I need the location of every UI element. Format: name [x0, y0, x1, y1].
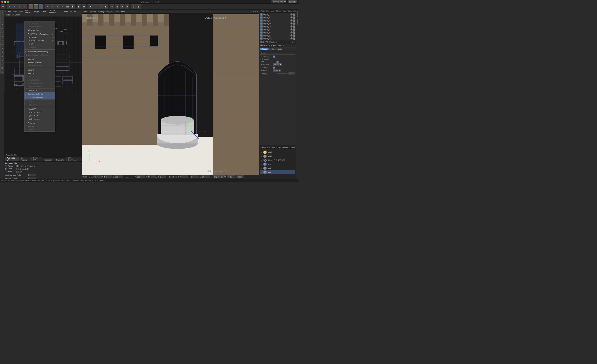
obj-row-object1[interactable]: object_1 — [259, 13, 296, 16]
obj-row-object360[interactable]: object_360 — [259, 37, 296, 40]
view-button[interactable]: View — [270, 10, 275, 12]
attr-nav-icon[interactable]: ⊞ — [293, 41, 295, 43]
uv-menu-edit[interactable]: Edit — [13, 10, 18, 13]
mode-button[interactable]: Mode — [260, 10, 265, 12]
rot-b-input[interactable] — [201, 175, 210, 178]
texture-mat-btn[interactable]: Texture — [290, 147, 295, 149]
tags-button[interactable]: Tags — [282, 10, 287, 12]
uv-menu-texture-selection[interactable]: Texture Selection — [48, 10, 62, 14]
attr-back-arrow[interactable]: ◀ — [292, 41, 293, 43]
twod-checkbox[interactable] — [16, 171, 18, 173]
rs-attributes[interactable]: Attributes — [297, 10, 298, 18]
tool-14[interactable]: ✂ — [0, 62, 4, 66]
uv-mesh-checkbox[interactable]: ✓ — [273, 67, 275, 68]
render-button[interactable]: ▶ — [77, 4, 81, 9]
packed-radio[interactable] — [5, 165, 7, 167]
rot-p-input[interactable] — [190, 175, 199, 178]
viewport-menu-cameras[interactable]: Cameras — [89, 11, 96, 13]
uv-button[interactable]: ⊞ — [120, 4, 124, 9]
menu-uv-unwrap[interactable]: UV Unwrap... ⚙ — [24, 36, 55, 39]
attr-edit-btn[interactable]: Edit — [266, 41, 268, 43]
tool-5[interactable]: ◎ — [0, 26, 4, 30]
menu-boundary-to-quad[interactable]: ≋ Boundary to Quad — [24, 96, 55, 99]
object-mode[interactable]: ◉ — [103, 4, 108, 9]
tool-4[interactable]: ⊕ — [0, 22, 4, 26]
edge-mode[interactable]: — — [93, 4, 98, 9]
camera-button[interactable]: 📷 — [65, 4, 70, 9]
light-button[interactable]: 💡 — [70, 4, 75, 9]
select-mat-btn[interactable]: Select — [276, 147, 281, 149]
tool-7[interactable]: ∿ — [0, 34, 4, 38]
node-spaces-dropdown[interactable]: Node Spaces — [272, 0, 286, 3]
layouts-button[interactable]: Layouts — [288, 0, 297, 3]
viewport-menu-options[interactable]: Options — [106, 11, 112, 13]
opacity-input[interactable] — [289, 72, 295, 75]
render-settings[interactable]: ⚙ — [82, 4, 86, 9]
menu-fit-uv-to-canvas[interactable]: Fit UV to Canvas — [24, 61, 55, 64]
uv-display-checkbox[interactable]: ✓ — [273, 56, 275, 58]
texture-button[interactable]: ⊡ — [115, 4, 119, 9]
node-button[interactable]: ⊛ — [131, 4, 136, 9]
poly-mode[interactable]: ▭ — [98, 4, 103, 9]
point-mode[interactable]: • — [88, 4, 93, 9]
size-x-input[interactable] — [136, 175, 145, 178]
minimize-button[interactable] — [4, 1, 6, 3]
mat-row-mat1[interactable]: ✕ Mat.1 — [260, 166, 295, 170]
view-mat-btn[interactable]: View — [272, 147, 275, 149]
mat-row-diffuse[interactable]: ✕ diffuse_0_0_255_255 — [260, 158, 295, 162]
viewport-menu-view[interactable]: View — [83, 11, 87, 13]
tool-11[interactable]: $ — [0, 50, 4, 54]
mat-row-mat-selected[interactable]: ✕ Mat. — [260, 170, 295, 174]
close-button[interactable] — [1, 1, 3, 3]
boundaries-dropdown[interactable]: Seams ▾ — [273, 63, 282, 66]
tab-back[interactable]: Back — [276, 48, 283, 50]
mat-row-mat3[interactable]: ✕ Mat.3 — [260, 150, 295, 154]
attr-mode-btn[interactable]: Mode — [260, 41, 265, 43]
viewport-menu-display[interactable]: Display — [98, 11, 104, 13]
tool-1[interactable]: ↖ — [0, 10, 4, 14]
uv-menu-image[interactable]: Image — [33, 10, 40, 13]
menu-mirror-u[interactable]: Mirror U — [24, 68, 55, 72]
menu-uv-weld[interactable]: UV Weld — [24, 42, 55, 46]
menu-reset-uv[interactable]: Reset UV — [24, 107, 55, 111]
effector-button[interactable]: ≋ — [60, 4, 65, 9]
opacity-slider[interactable] — [276, 73, 288, 74]
coord-system-dropdown[interactable]: Object (Rel) — [213, 175, 226, 178]
pos-y-input[interactable] — [104, 175, 112, 178]
tool-rotate[interactable]: ↻ — [22, 4, 27, 9]
attr-user-data-btn[interactable]: User Data — [269, 41, 277, 43]
create-btn[interactable]: Create — [261, 147, 266, 149]
tool-10[interactable]: ⊠ — [0, 46, 4, 50]
viewport-content[interactable]: Perspective Default Camera ● Grid Spacin… — [82, 14, 259, 175]
rs-browser[interactable]: Browser — [297, 18, 298, 25]
obj-row-object11[interactable]: object_1.1 — [259, 25, 296, 28]
viewport-button[interactable]: ⊠ — [125, 4, 129, 9]
transform-mode-dropdown[interactable]: Size — [227, 175, 235, 178]
obj-row-object31[interactable]: object_31 — [259, 34, 296, 37]
pos-z-input[interactable] — [114, 175, 123, 178]
cubic-radio[interactable] — [5, 168, 7, 170]
uv-menu-paint[interactable]: Paint — [63, 10, 69, 13]
menu-max-uv[interactable]: Max UV — [24, 57, 55, 61]
tool-6[interactable]: — — [0, 30, 4, 34]
maximize-button[interactable] — [7, 1, 9, 3]
material-btn[interactable]: Material — [283, 147, 289, 149]
new-object-button[interactable]: ⊕ — [45, 4, 50, 9]
transform-apply-button[interactable]: Apply — [236, 175, 244, 178]
tool-9[interactable]: ▭ — [0, 42, 4, 46]
object-button[interactable]: Object — [276, 10, 282, 12]
menu-set-uvw[interactable]: Set UVW from Projection... ⚙ — [24, 32, 55, 36]
axis-y-button[interactable]: Y — [34, 4, 38, 9]
tool-8[interactable]: ⊡ — [0, 38, 4, 42]
tool-16[interactable]: ⊙ — [0, 70, 4, 74]
obj-row-object2[interactable]: object_2 — [259, 16, 296, 19]
menu-mirror-v[interactable]: Mirror V — [24, 72, 55, 75]
uv-icon-2[interactable]: ⊡ — [73, 10, 77, 13]
size-y-input[interactable] — [147, 175, 156, 178]
menu-uv-weld-relax[interactable]: UV Weld and Relax... ⚙ — [24, 39, 55, 42]
uv-menu-uvmesh[interactable]: UV Mesh — [24, 10, 33, 14]
deformer-button[interactable]: ⊗ — [55, 4, 60, 9]
uv-icon-3[interactable]: ▭ — [78, 10, 81, 13]
size-z-input[interactable] — [158, 175, 166, 178]
tool-scale[interactable]: ⤢ — [17, 4, 22, 9]
